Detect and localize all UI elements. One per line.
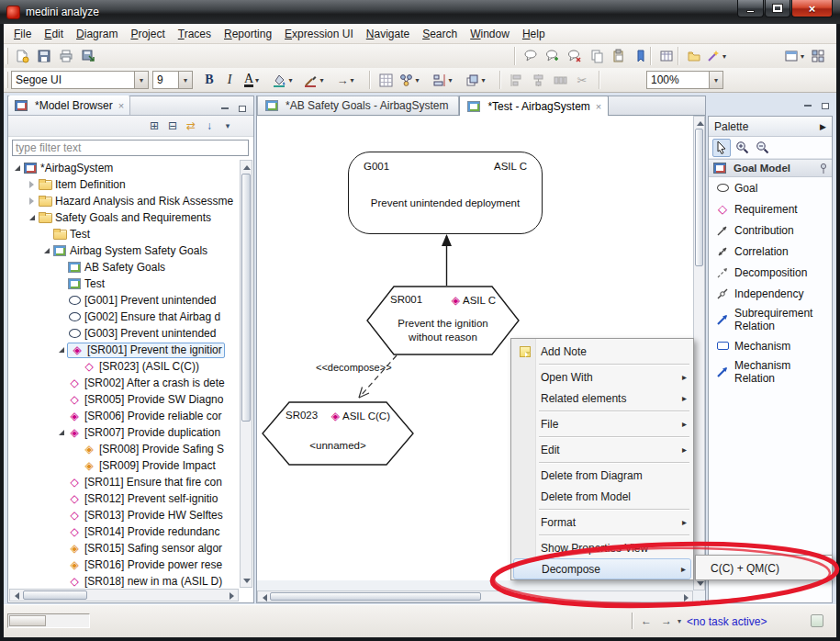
tree-item[interactable]: [SR008] Provide Safing S — [9, 441, 240, 457]
tree-item[interactable]: [G003] Prevent unintended — [9, 325, 240, 342]
tree-item[interactable]: [SR011] Ensure that fire con — [9, 474, 240, 490]
menu-edit[interactable]: Edit — [38, 26, 70, 42]
scroll-left-arrow[interactable] — [10, 590, 22, 602]
tree-item[interactable]: [SR018] new in ma (ASIL D) — [9, 573, 240, 590]
nav-dropdown-button[interactable]: ▾ — [674, 613, 685, 629]
zoom-dropdown[interactable]: ▾ — [709, 72, 722, 88]
tree-item[interactable]: [SR016] Provide power rese — [9, 557, 240, 573]
line-style-button[interactable]: → ▾ — [334, 70, 356, 90]
cut-button[interactable]: ✂ — [571, 70, 593, 90]
scroll-right-arrow[interactable] — [226, 590, 238, 602]
trim-scrollbar[interactable] — [7, 613, 90, 628]
scroll-up-arrow[interactable] — [241, 161, 252, 173]
line-color-button[interactable]: ▾ — [303, 70, 325, 90]
tree-item[interactable]: [SR015] Safing sensor algor — [9, 540, 240, 557]
tree-item[interactable]: [SR007] Provide duplication — [9, 424, 240, 441]
tab-model-browser[interactable]: *Model Browser × — [8, 96, 130, 115]
scrollbar-thumb[interactable] — [241, 174, 251, 422]
collapse-all-button[interactable]: ⊟ — [163, 118, 182, 134]
align-button[interactable]: ▾ — [431, 70, 454, 90]
filter-input[interactable] — [12, 140, 249, 156]
palette-header[interactable]: Palette ▶ — [709, 117, 832, 137]
close-button[interactable]: × — [791, 0, 833, 17]
tree-vertical-scrollbar[interactable] — [240, 160, 252, 588]
expander-icon[interactable] — [55, 342, 67, 358]
tree-horizontal-scrollbar[interactable] — [9, 589, 239, 602]
submenu-item-decomposition-scheme[interactable]: C(C) + QM(C) — [698, 557, 830, 579]
font-size-combo[interactable]: 9 ▾ — [152, 71, 193, 89]
tree-item[interactable]: AB Safety Goals — [9, 259, 240, 276]
menu-item-show-properties-view[interactable]: Show Properties View — [513, 537, 691, 558]
forward-button[interactable]: → — [657, 613, 676, 629]
scroll-right-arrow[interactable] — [680, 591, 692, 603]
tree-item[interactable]: [SR023] (ASIL C(C)) — [9, 358, 240, 375]
menu-search[interactable]: Search — [416, 26, 464, 42]
distribute-button[interactable] — [549, 70, 571, 90]
link-with-editor-button[interactable]: ⇄ — [182, 118, 200, 134]
tree-item[interactable]: [SR009] Provide Impact — [9, 457, 240, 474]
menu-project[interactable]: Project — [124, 26, 171, 42]
menu-item-decompose[interactable]: Decompose▸ — [513, 558, 691, 579]
views-button[interactable] — [807, 46, 829, 66]
tree-item[interactable]: Airbag System Safety Goals — [9, 242, 240, 259]
tab-test-airbagsystem[interactable]: *Test - AirbagSystem × — [459, 96, 609, 116]
menu-file[interactable]: File — [7, 26, 38, 42]
bookmark-button[interactable] — [630, 46, 652, 66]
grid-button[interactable] — [375, 70, 397, 90]
menu-expression-ui[interactable]: Expression UI — [278, 26, 360, 42]
scrollbar-thumb[interactable] — [695, 129, 703, 266]
menu-item-edit[interactable]: Edit▸ — [513, 439, 691, 460]
palette-item-mechanism[interactable]: Mechanism — [709, 335, 832, 356]
palette-drawer-goal-model[interactable]: Goal Model — [709, 159, 832, 177]
close-icon[interactable]: × — [596, 101, 601, 112]
tree-item[interactable]: Item Definition — [9, 176, 240, 193]
bold-button[interactable]: B — [198, 70, 220, 90]
comment-add-button[interactable] — [542, 46, 564, 66]
menu-item-related-elements[interactable]: Related elements▸ — [513, 388, 691, 409]
palette-collapse-icon[interactable]: ▶ — [820, 122, 826, 131]
new-button[interactable] — [11, 46, 33, 66]
fill-color-button[interactable]: ▾ — [272, 70, 294, 90]
minimize-button[interactable] — [737, 0, 764, 17]
font-color-button[interactable]: A ▾ — [241, 70, 263, 90]
comment-button[interactable] — [520, 46, 542, 66]
scroll-left-arrow[interactable] — [258, 591, 270, 603]
zoom-combo[interactable]: 100% ▾ — [646, 71, 723, 89]
close-icon[interactable]: × — [118, 100, 124, 111]
goal-node-g001[interactable]: G001 ASIL C Prevent unintended deploymen… — [348, 152, 543, 234]
scrollbar-thumb[interactable] — [9, 615, 46, 626]
italic-button[interactable]: I — [218, 70, 241, 90]
zoom-in-tool[interactable] — [733, 139, 751, 157]
expander-icon[interactable] — [26, 176, 38, 193]
palette-item-goal[interactable]: Goal — [709, 177, 832, 198]
menu-reporting[interactable]: Reporting — [218, 26, 278, 42]
font-size-dropdown[interactable]: ▾ — [178, 72, 192, 88]
toolbar-grip[interactable] — [6, 48, 8, 64]
menu-item-open-with[interactable]: Open With▸ — [513, 366, 691, 388]
tree-item[interactable]: [G001] Prevent unintended — [9, 292, 240, 309]
tree-item[interactable]: [SR013] Provide HW Selftes — [9, 507, 240, 523]
minimize-editor-button[interactable] — [800, 99, 815, 112]
tree-item[interactable]: Hazard Analysis and Risk Assessme — [9, 193, 240, 209]
requirement-node-sr023[interactable]: SR023 ◈ASIL C(C) <unnamed> — [262, 401, 414, 466]
palette-item-independency[interactable]: Independency — [709, 283, 832, 304]
tree-item[interactable]: Test — [9, 276, 240, 292]
palette-item-contribution[interactable]: Contribution — [709, 219, 832, 241]
tree-item-selected[interactable]: [SR001] Prevent the ignitior — [9, 342, 240, 358]
minimize-view-button[interactable] — [217, 102, 232, 115]
tab-ab-safety-goals[interactable]: *AB Safety Goals - AirbagSystem — [257, 96, 459, 115]
sort-button[interactable]: ↓ — [200, 118, 218, 134]
menu-navigate[interactable]: Navigate — [360, 26, 416, 42]
requirement-node-sr001[interactable]: SR001 ◈ASIL C Prevent the ignition witho… — [366, 286, 520, 355]
tree-item[interactable]: [SR012] Prevent self-ignitio — [9, 490, 240, 507]
tree-item[interactable]: Test — [9, 226, 240, 242]
menu-item-format[interactable]: Format▸ — [513, 512, 691, 533]
layer-button[interactable]: ▾ — [465, 70, 487, 90]
scrollbar-thumb[interactable] — [270, 592, 481, 601]
open-folder-button[interactable] — [683, 46, 705, 66]
menu-window[interactable]: Window — [464, 26, 516, 42]
back-button[interactable]: ← — [637, 613, 655, 629]
progress-status-icon[interactable] — [811, 614, 823, 627]
tree-item[interactable]: [SR005] Provide SW Diagno — [9, 391, 240, 408]
menu-item-delete-from-model[interactable]: Delete from Model — [513, 486, 691, 507]
